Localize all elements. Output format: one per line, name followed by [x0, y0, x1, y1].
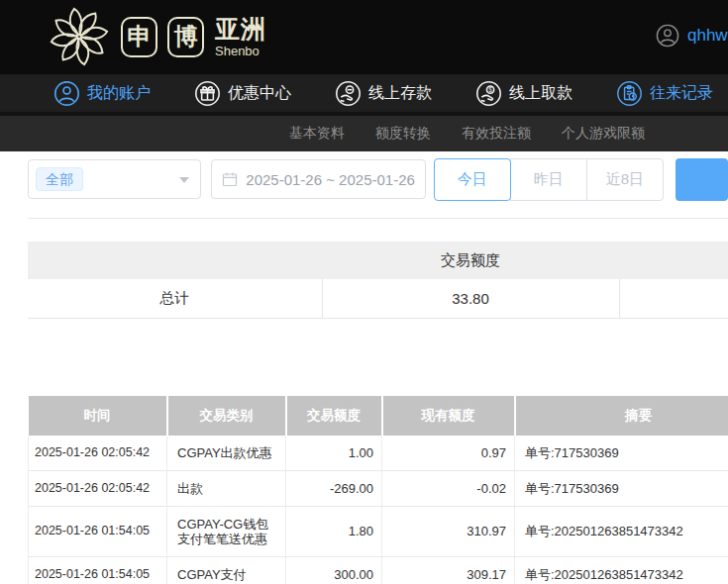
- logo-region-text: 亚洲: [215, 17, 266, 42]
- transaction-type-select[interactable]: 全部: [28, 159, 201, 199]
- nav-item-withdraw[interactable]: $ 线上取款: [475, 80, 572, 107]
- cell-type: CGPAY出款优惠: [167, 436, 286, 471]
- records-header-row: 时间 交易类别 交易额度 现有额度 摘要: [29, 396, 728, 436]
- logo-char-shen: 申: [121, 17, 157, 57]
- date-range-input[interactable]: 2025-01-26 ~ 2025-01-26: [211, 159, 426, 199]
- col-header-memo: 摘要: [515, 396, 728, 436]
- subnav-item-game-limits[interactable]: 个人游戏限额: [562, 125, 645, 143]
- logo-char-bo: 博: [167, 17, 204, 57]
- content-divider: [28, 218, 728, 219]
- svg-text:$: $: [488, 85, 492, 92]
- table-row: 2025-01-26 02:05:42 CGPAY出款优惠 1.00 0.97 …: [29, 436, 728, 471]
- user-avatar-icon: [656, 24, 679, 48]
- page: 申 博 亚洲 Shenbo qhhw: [0, 0, 728, 584]
- summary-total-row: 总计 33.80: [28, 279, 728, 318]
- cell-balance: 309.17: [382, 556, 515, 584]
- cell-balance: -0.02: [382, 470, 515, 506]
- table-row: 2025-01-26 01:54:05 CGPAY-CG钱包支付笔笔送优惠 1.…: [29, 506, 728, 556]
- summary-empty-cell: [619, 279, 728, 318]
- cell-type: CGPAY支付: [167, 556, 286, 584]
- nav-item-promotions[interactable]: 优惠中心: [194, 80, 291, 107]
- cell-time: 2025-01-26 01:54:05: [29, 506, 167, 556]
- calendar-icon: [222, 171, 238, 187]
- logo-romanized-text: Shenbo: [215, 45, 266, 57]
- table-row: 2025-01-26 02:05:42 出款 -269.00 -0.02 单号:…: [29, 470, 728, 506]
- summary-total-label: 总计: [28, 279, 322, 318]
- col-header-type: 交易类别: [167, 396, 286, 436]
- cell-memo: 单号:717530369: [515, 470, 728, 506]
- user-circle-icon: [53, 80, 80, 107]
- cell-memo: 单号:717530369: [515, 436, 728, 471]
- nav-label: 我的账户: [87, 83, 151, 104]
- cell-amount: 300.00: [286, 556, 382, 584]
- summary-header-row: 交易额度: [28, 242, 728, 279]
- sub-nav: 基本资料 额度转换 有效投注额 个人游戏限额: [0, 112, 728, 151]
- brand-logo[interactable]: 申 博 亚洲 Shenbo: [48, 5, 266, 68]
- col-header-amount: 交易额度: [286, 396, 382, 436]
- topbar: 申 博 亚洲 Shenbo qhhw: [0, 0, 728, 74]
- nav-label: 往来记录: [650, 83, 713, 104]
- user-account[interactable]: qhhw: [656, 24, 728, 48]
- cell-amount: 1.00: [286, 436, 382, 471]
- nav-label: 线上存款: [368, 83, 432, 104]
- cell-type: CGPAY-CG钱包支付笔笔送优惠: [167, 506, 286, 556]
- nav-item-deposit[interactable]: 线上存款: [335, 80, 432, 107]
- username-text: qhhw: [687, 26, 728, 46]
- cell-memo: 单号:202501263851473342: [515, 556, 728, 584]
- date-range-value: 2025-01-26 ~ 2025-01-26: [246, 171, 415, 188]
- selected-type-tag: 全部: [36, 167, 83, 192]
- nav-label: 线上取款: [509, 83, 572, 104]
- cell-amount: -269.00: [286, 470, 382, 506]
- summary-header-empty: [619, 242, 728, 279]
- cell-amount: 1.80: [286, 506, 382, 556]
- logo-wordmark: 亚洲 Shenbo: [215, 17, 266, 57]
- summary-header-empty: [28, 242, 322, 279]
- subnav-item-valid-bets[interactable]: 有效投注额: [462, 125, 531, 143]
- col-header-balance: 现有额度: [382, 396, 515, 436]
- today-button[interactable]: 今日: [434, 158, 511, 201]
- summary-table: 交易额度 总计 33.80: [28, 242, 728, 319]
- cell-type: 出款: [167, 470, 286, 506]
- summary-total-value: 33.80: [322, 279, 619, 318]
- table-row: 2025-01-26 01:54:05 CGPAY支付 300.00 309.1…: [29, 556, 728, 584]
- withdraw-hand-coin-icon: $: [475, 80, 502, 107]
- clipboard-clock-icon: [616, 80, 643, 107]
- records-table: 时间 交易类别 交易额度 现有额度 摘要 2025-01-26 02:05:42…: [28, 396, 728, 584]
- query-button[interactable]: [676, 158, 728, 201]
- cell-time: 2025-01-26 02:05:42: [29, 436, 167, 471]
- deposit-hand-coin-icon: [335, 80, 362, 107]
- subnav-item-basic-info[interactable]: 基本资料: [289, 125, 345, 143]
- nav-label: 优惠中心: [228, 83, 291, 104]
- yesterday-button[interactable]: 昨日: [510, 158, 587, 201]
- filter-bar: 全部 2025-01-26 ~ 2025-01-26 今日 昨日 近8日: [28, 159, 728, 201]
- chevron-down-icon: [179, 177, 189, 183]
- gift-icon: [194, 80, 221, 107]
- subnav-item-credit-transfer[interactable]: 额度转换: [375, 125, 431, 143]
- cell-time: 2025-01-26 02:05:42: [29, 470, 167, 506]
- last-8-days-button[interactable]: 近8日: [586, 158, 664, 201]
- nav-item-my-account[interactable]: 我的账户: [53, 80, 151, 107]
- quick-range-group: 今日 昨日 近8日: [434, 158, 664, 201]
- cell-memo: 单号:202501263851473342: [515, 506, 728, 556]
- col-header-time: 时间: [29, 396, 167, 436]
- nav-item-transaction-records[interactable]: 往来记录: [616, 80, 713, 107]
- main-nav: 我的账户 优惠中心: [0, 74, 728, 112]
- summary-header-amount: 交易额度: [322, 242, 619, 279]
- cell-balance: 0.97: [382, 436, 515, 471]
- cell-balance: 310.97: [382, 506, 515, 556]
- cell-time: 2025-01-26 01:54:05: [29, 556, 167, 584]
- lotus-flower-icon: [48, 5, 111, 68]
